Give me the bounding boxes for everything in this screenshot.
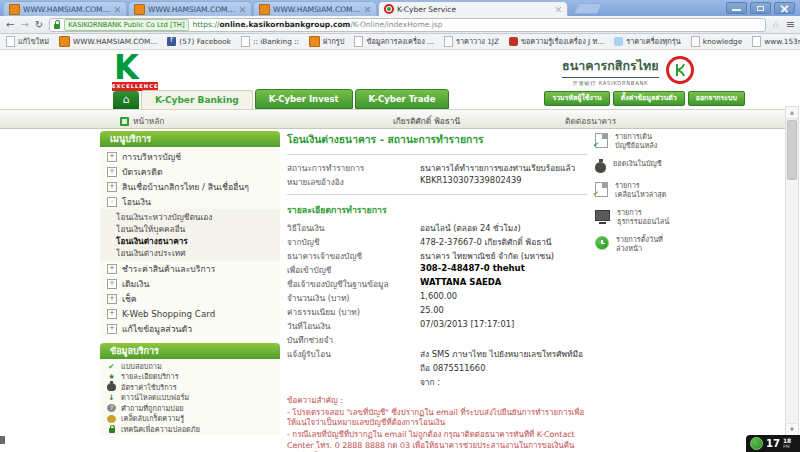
sidebar-menu-item[interactable]: +การบริหารบัญชี [100, 149, 280, 164]
bookmark-item[interactable]: ข้อมูลการลงเครื่อง ... [354, 36, 434, 47]
nav-tab[interactable]: K-Cyber Invest [255, 89, 353, 109]
page-scrollbar[interactable]: ▲ ▼ [785, 106, 799, 436]
sidebar-submenu-item[interactable]: โอนเงินต่างธนาคาร [100, 235, 280, 247]
tab-close-icon[interactable] [555, 6, 562, 13]
sidebar-submenu-item[interactable]: โอนเงินต่างประเทศ [100, 247, 280, 259]
browser-tab[interactable]: WWW.HAMSIAM.COM # N... [3, 1, 127, 16]
main-page-link[interactable]: หน้าหลัก [120, 114, 164, 128]
quick-link[interactable]: รายการธุรกรรมออนไลน์ [595, 208, 713, 227]
sidebar-menu-item[interactable]: +บัตรเครดิต [100, 164, 280, 179]
ev-cert-badge[interactable]: KASIKORNBANK Public Co Ltd [TH] [64, 19, 188, 31]
browser-tab[interactable]: K-Cyber Service [378, 1, 568, 16]
browser-tab[interactable]: WWW.HAMSIAM.COM # N... [253, 1, 377, 16]
refresh-icon[interactable]: ↻ [35, 20, 43, 30]
row-label: สถานะการทำรายการ [287, 161, 420, 175]
sidebar-info-item[interactable]: ✔แบบสอบถาม [100, 361, 280, 372]
close-window-button[interactable] [774, 2, 795, 14]
tab-close-icon[interactable] [239, 6, 246, 13]
kasikornbank-logo: ธนาคารกสิกรไทย 开泰银行 KASIKORNBANK [562, 56, 694, 87]
expand-icon[interactable]: - [107, 197, 117, 207]
expand-icon[interactable]: + [107, 264, 117, 274]
quick-link[interactable]: รายการเคลื่อนไหวล่าสุด [595, 181, 713, 200]
quick-link[interactable]: รายการตั้งวันที่ล่วงหน้า [595, 235, 713, 254]
home-tab[interactable]: ⌂ [113, 91, 139, 109]
row-label: เพื่อเข้าบัญชี [287, 263, 420, 277]
quick-link-label: ยอดเงินในบัญชี [613, 159, 662, 168]
bookmark-item[interactable]: (57) Facebook [167, 37, 231, 46]
star-icon: ★ [107, 372, 116, 381]
expand-icon[interactable]: + [107, 279, 117, 289]
bookmark-item[interactable]: ขอความรู้เรื่องเครื่อง J ท... [509, 36, 604, 47]
sidebar-info-item[interactable]: ?คำถามที่ถูกถามบ่อย [100, 403, 280, 414]
bookmark-item[interactable]: :: iBanking :: [241, 36, 299, 47]
sidebar-info-item[interactable]: อัตราค่าใช้บริการ [100, 382, 280, 393]
quick-link-label: รายการเดินบัญชีย้อนหลัง [615, 132, 657, 151]
browser-tab[interactable]: WWW.HAMSIAM.COM # N... [128, 1, 252, 16]
bookmark-label: www.153rt.com - หน้า... [764, 36, 800, 47]
detail-row: จำนวนเงิน (บาท)1,600.00 [287, 291, 587, 305]
menu-item-label: เติมเงิน [122, 277, 150, 291]
back-icon[interactable]: ← [6, 20, 14, 30]
sidebar-menu-item[interactable]: +เติมเงิน [100, 276, 280, 291]
expand-icon[interactable]: + [107, 167, 117, 177]
monitor-icon [595, 210, 610, 221]
sidebar-menu-item[interactable]: +เช็ค [100, 291, 280, 306]
bookmark-item[interactable]: ราคาเครื่องทุกรุ่น [614, 36, 680, 47]
info-item-label: ดาวน์โหลดแบบฟอร์ม [121, 392, 189, 403]
tab-close-icon[interactable] [114, 6, 121, 13]
new-tab-button[interactable] [573, 3, 603, 14]
sidebar-menu-item[interactable]: +ชำระค่าสินค้าและบริการ [100, 261, 280, 276]
sidebar-menu-item[interactable]: -โอนเงิน [100, 194, 280, 209]
bookmark-item[interactable]: แก้ไขใหม่ [6, 36, 49, 47]
tab-close-icon[interactable] [364, 6, 371, 13]
quick-link[interactable]: รายการเดินบัญชีย้อนหลัง [595, 132, 713, 151]
scrollbar-thumb[interactable] [787, 120, 797, 180]
row-label: บันทึกช่วยจำ [287, 333, 420, 347]
nav-tab[interactable]: K-Cyber Banking [141, 90, 253, 109]
important-message: ข้อความสำคัญ :- โปรดตรวจสอบ "เลขที่บัญชี… [287, 396, 587, 452]
sidebar-submenu-item[interactable]: โอนเงินให้บุคคลอื่น [100, 223, 280, 235]
session-button[interactable]: ออกจากระบบ [688, 91, 745, 106]
row-label: จากบัญชี [287, 235, 420, 249]
sidebar-info-item[interactable]: เทคนิคเพื่อความปลอดภัย [100, 424, 280, 435]
nav-tab[interactable]: K-Cyber Trade [355, 89, 450, 109]
bookmark-label: ราคาวาง 1JZ [456, 36, 499, 47]
main-nav: ⌂ K-Cyber BankingK-Cyber InvestK-Cyber T… [113, 90, 745, 109]
clock-hour: 17 [766, 439, 780, 449]
sidebar-submenu-item[interactable]: โอนเงินระหว่างบัญชีตนเอง [100, 211, 280, 223]
bookmark-item[interactable]: ราคาวาง 1JZ [444, 36, 499, 47]
sidebar-menu-item[interactable]: +สินเชื่อบ้านกสิกรไทย / สินเชื่ออื่นๆ [100, 179, 280, 194]
tab-title: WWW.HAMSIAM.COM # N... [273, 5, 361, 14]
bookmark-item[interactable]: WWW.HAMSIAM.COM... [59, 36, 157, 47]
scroll-down-icon[interactable]: ▼ [786, 423, 798, 435]
sidebar-info-item[interactable]: ★รายละเอียดบริการ [100, 372, 280, 383]
expand-icon[interactable]: + [107, 152, 117, 162]
contact-bank-link[interactable]: ติดต่อธนาคาร [565, 114, 616, 128]
address-bar[interactable]: KASIKORNBANK Public Co Ltd [TH] https://… [49, 18, 766, 32]
expand-icon[interactable]: + [107, 324, 117, 334]
sidebar-info-item[interactable]: ↓ดาวน์โหลดแบบฟอร์ม [100, 393, 280, 404]
sidebar-menu-item[interactable]: +แก้ไขข้อมูลส่วนตัว [100, 321, 280, 336]
bookmark-star-icon[interactable]: ☆ [772, 20, 780, 30]
session-button[interactable]: รวมรหัสผู้ใช้งาน [544, 91, 609, 106]
bookmark-item[interactable]: www.153rt.com - หน้า... [752, 36, 800, 47]
sidebar-menu-item[interactable]: +K-Web Shopping Card [100, 306, 280, 321]
sidebar-info-item[interactable]: เคล็ดลับเกร็ดความรู้ [100, 414, 280, 425]
page-icon [691, 36, 700, 47]
minimize-button[interactable] [726, 2, 747, 14]
bookmark-item[interactable]: ฝากรูป [309, 36, 344, 47]
expand-icon[interactable]: + [107, 309, 117, 319]
quick-link-label: รายการธุรกรรมออนไลน์ [617, 208, 669, 227]
scroll-up-icon[interactable]: ▲ [786, 107, 798, 119]
bookmark-item[interactable]: knowledge [691, 36, 743, 47]
expand-icon[interactable]: + [107, 294, 117, 304]
browser-menu-icon[interactable]: ≡ [786, 18, 794, 31]
row-value: 1,600.00 [420, 291, 457, 301]
restore-button[interactable] [750, 2, 771, 14]
logged-in-user: เกียรติศักดิ์ ฟ้อธานี [393, 114, 460, 128]
quick-link[interactable]: ยอดเงินในบัญชี [595, 159, 713, 173]
forward-icon[interactable]: → [20, 20, 28, 30]
session-button[interactable]: ตั้งค่าข้อมูลส่วนตัว [613, 91, 685, 106]
expand-icon[interactable]: + [107, 182, 117, 192]
check-icon: ✔ [107, 362, 116, 371]
